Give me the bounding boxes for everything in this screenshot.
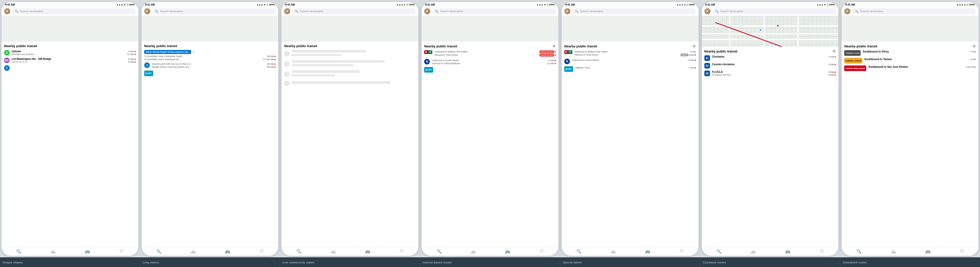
- route-sub-kt-sp-1: Outbound to Balboa Park Station 5 min: [574, 50, 696, 53]
- status-icons: ▲▲▲ ⌾ 🔋100%: [116, 3, 135, 6]
- tab-search[interactable]: 🔍: [156, 249, 161, 254]
- route-time: 3 min: [128, 50, 136, 53]
- search-input[interactable]: 🔍 Search destination: [12, 8, 136, 14]
- route-item: 6 Uptown 3 min Brooklyn and Queens 11 mi…: [4, 50, 136, 55]
- route-row-18-2: To Marina Del Rey 9 min: [712, 74, 836, 76]
- tab-more[interactable]: 🗨: [820, 249, 824, 254]
- filter-icon[interactable]: ⚙: [693, 44, 696, 48]
- route-badge-bart-p: BART: [424, 67, 433, 73]
- route-name: Uptown: [12, 50, 21, 53]
- search-input[interactable]: 🔍 Search destination: [432, 8, 556, 14]
- tab-bike[interactable]: 🚲: [331, 249, 336, 254]
- status-bar: 9:41 AM ▲▲▲ ⌾ 🔋100%: [282, 2, 418, 6]
- tab-more[interactable]: 🗨: [119, 249, 124, 254]
- search-bar: A 🔍 Search destination: [142, 6, 278, 16]
- phone-scheduled-routes: 9:41 AM ▲▲▲ ⌾ 🔋100% A 🔍 Search destinati…: [840, 0, 980, 258]
- search-bar: A 🔍 Search destination: [702, 6, 838, 16]
- tab-transit[interactable]: 🚌: [505, 249, 510, 254]
- tab-more[interactable]: 🗨: [539, 249, 544, 254]
- tab-search[interactable]: 🔍: [296, 249, 301, 254]
- label-text-interval-based: Interval-based routes: [423, 261, 452, 264]
- search-icon: 🔍: [855, 9, 859, 13]
- tab-bike[interactable]: 🚲: [751, 249, 756, 254]
- tab-bike[interactable]: 🚲: [611, 249, 616, 254]
- filter-icon[interactable]: ⚙: [973, 44, 976, 48]
- tab-bike[interactable]: 🚲: [891, 249, 896, 254]
- search-icon: 🔍: [295, 9, 298, 13]
- route-badge-caltrain-limited: Caltrain Limited: [844, 58, 862, 63]
- tab-more[interactable]: 🗨: [679, 249, 684, 254]
- battery-icon: 🔋100%: [406, 3, 415, 6]
- avatar: A: [284, 8, 290, 14]
- route-time-42: 5 min: [829, 63, 836, 66]
- route-sub-3a: Mardona and 34th Ave via E Cherry S... 2…: [152, 62, 276, 65]
- tab-bike[interactable]: 🚲: [51, 249, 56, 254]
- tab-transit[interactable]: 🚌: [365, 249, 370, 254]
- label-text-clockwise: Clockwise routes: [703, 261, 726, 264]
- tab-more[interactable]: 🗨: [400, 249, 404, 254]
- avatar: A: [144, 8, 150, 14]
- route-badge-kt: K /T: [424, 50, 432, 54]
- search-input[interactable]: 🔍 Search destination: [713, 8, 836, 14]
- skeleton-circle-3: [284, 71, 290, 77]
- section-header: Nearby public transit: [284, 44, 416, 48]
- route-badge-n-sp: N: [564, 58, 570, 64]
- tab-transit[interactable]: 🚌: [225, 249, 230, 254]
- route-time-3a: 24 min: [267, 63, 275, 65]
- route-sub-dest-1: To Southlake Union Downtown Seattl...: [144, 55, 184, 58]
- tab-bike[interactable]: 🚲: [471, 249, 476, 254]
- tab-transit[interactable]: 🚌: [85, 249, 90, 254]
- route-item-silver-streak: Silver Streak Rapid 10 bus express via..…: [144, 50, 276, 61]
- phone-clockwise: 9:41 AM ▲▲▲ ⌾ 🔋100% A 🔍 Search destinati…: [700, 0, 840, 258]
- bottom-tabs: 🔍 🚲 🚌 🗨: [562, 247, 698, 256]
- skeleton-line-sm: [292, 54, 341, 56]
- tab-transit[interactable]: 🚌: [785, 249, 791, 254]
- stop-dot: [777, 25, 779, 27]
- badge-k-sp: K: [564, 50, 568, 54]
- tab-search[interactable]: 🔍: [576, 249, 581, 254]
- status-bar: 9:41 AM ▲▲▲ ⌾ 🔋100%: [702, 2, 838, 6]
- phones-row: 9:41 AM ▲▲▲ ⌾ 🔋100% A 🔍 Search destinati…: [0, 0, 980, 258]
- tab-search[interactable]: 🔍: [16, 249, 21, 254]
- status-time: 9:41 AM: [565, 3, 575, 6]
- map-area: [562, 16, 698, 41]
- route-item-41: 41 Clockwise 7 min: [704, 55, 836, 61]
- tab-search[interactable]: 🔍: [436, 249, 442, 254]
- tab-more[interactable]: 🗨: [259, 249, 264, 254]
- search-input[interactable]: 🔍 Search destination: [292, 8, 416, 14]
- status-time: 9:41 AM: [845, 3, 855, 6]
- tab-search[interactable]: 🔍: [716, 249, 721, 254]
- route-time-bart-sp: 7 min: [689, 66, 696, 69]
- tab-more[interactable]: 🗨: [960, 249, 964, 254]
- route-name-41: Clockwise: [712, 55, 724, 58]
- filter-icon[interactable]: ⚙: [552, 44, 556, 48]
- status-bar: 9:41 AM ▲▲▲ ⌾ 🔋100%: [142, 2, 278, 6]
- tab-transit[interactable]: 🚌: [925, 249, 931, 254]
- route-time-n-1: 3 min: [549, 59, 556, 62]
- bottom-tabs: 🔍 🚲 🚌 🗨: [422, 247, 558, 256]
- search-input[interactable]: 🔍 Search destination: [152, 8, 276, 14]
- search-input[interactable]: 🔍 Search destination: [573, 8, 696, 14]
- tab-bike[interactable]: 🚲: [191, 249, 196, 254]
- search-input[interactable]: 🔍 Search destination: [853, 8, 976, 14]
- signal-icon: ▲▲▲: [256, 3, 263, 6]
- skeleton-line: [292, 50, 366, 52]
- route-sub-n-2: Inbound to Caltrain/Ballpark 11 min: [432, 62, 556, 65]
- bottom-tabs: 🔍 🚲 🚌 🗨: [842, 247, 978, 256]
- tab-transit[interactable]: 🚌: [645, 249, 650, 254]
- route-name-caltrain-local: Southbound to Gilroy: [862, 50, 889, 53]
- route-item-n: N Outbound to Ocean Beach 3 min Inbound …: [424, 59, 556, 65]
- search-bar: A 🔍 Search destination: [282, 6, 418, 16]
- content-area: Nearby public transit ⚙ K /T Outbound to…: [422, 41, 558, 247]
- status-bar: 9:41 AM ▲▲▲ ⌾ 🔋100%: [562, 2, 698, 6]
- route-dest-18: To Marina Del Rey: [712, 74, 731, 76]
- route-time-3b: 54 min: [267, 66, 275, 68]
- skeleton-circle-4: [284, 81, 290, 86]
- route-time-m5-2: 9 min: [128, 61, 136, 63]
- label-low-connectivity: Low connectivity states: [280, 258, 420, 267]
- phone-unique-shapes: 9:41 AM ▲▲▲ ⌾ 🔋100% A 🔍 Search destinati…: [0, 0, 140, 258]
- status-icons: ▲▲▲ ⌾ 🔋100%: [676, 3, 695, 6]
- avatar: A: [844, 8, 850, 14]
- filter-icon[interactable]: ⚙: [832, 49, 836, 53]
- tab-search[interactable]: 🔍: [856, 249, 862, 254]
